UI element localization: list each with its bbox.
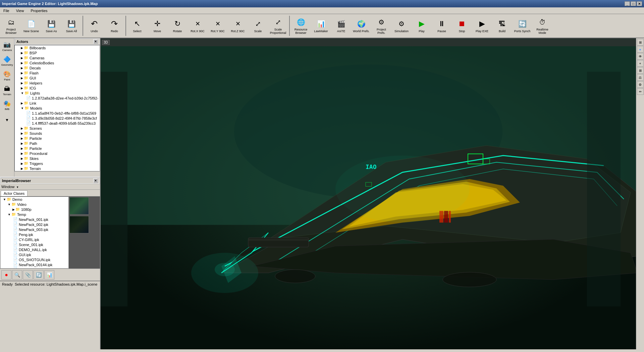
save-all-button[interactable]: 💾 Save All — [62, 15, 81, 37]
rotate-button[interactable]: ↻ Rotate — [168, 15, 187, 37]
rt-brush[interactable]: ✏ — [637, 88, 644, 95]
actors-tree-item-celestio-bodies[interactable]: ▶ 📁CelestioBodies — [15, 60, 100, 65]
anite-button[interactable]: 🎬 AniTE — [331, 15, 351, 37]
play-button[interactable]: ▶ Play — [412, 15, 431, 37]
menu-file[interactable]: File — [1, 8, 11, 13]
world-prefs-button[interactable]: 🌍 World Prefs. — [352, 15, 371, 37]
imp-btn-red[interactable]: ● — [1, 270, 11, 280]
actors-tree-item-scenes[interactable]: ▶ 📁Scenes — [15, 126, 100, 131]
imperial-tree-item-demo[interactable]: ▼ 📁Demo — [0, 197, 68, 202]
lawmaker-button[interactable]: 📊 LawMaker — [311, 15, 331, 37]
actors-tree-item-gui[interactable]: ▶ 📁GUI — [15, 75, 100, 80]
imperial-window-dropdown[interactable]: ▼ — [16, 186, 19, 189]
actors-tree-item-bsp[interactable]: ▶ 📁BSP — [15, 50, 100, 55]
paint-actor-button[interactable]: 🎨 Paint — [1, 69, 13, 82]
actors-tree-item-link[interactable]: ▶ 📁Link — [15, 101, 100, 106]
imp-btn-refresh[interactable]: 🔄 — [34, 270, 44, 280]
imperial-tree-item-1080p[interactable]: ▶ 📁1080p — [0, 207, 68, 212]
viewport-mode-3d[interactable]: 3D — [102, 40, 110, 45]
imperial-tree-item-temp[interactable]: ▼ 📁Temp — [0, 212, 68, 217]
minimize-button[interactable]: _ — [625, 1, 630, 6]
geometry-actor-button[interactable]: 🔷 Geometry — [1, 54, 13, 68]
rt-grid[interactable]: ⊞ — [637, 67, 644, 74]
imperial-tree-item-demo-hall[interactable]: 📄DEMO_HALL.ipk — [0, 247, 68, 252]
rt-settings[interactable]: ⚙ — [637, 81, 644, 88]
move-button[interactable]: ✛ Move — [148, 15, 167, 37]
actors-tree[interactable]: ▶ 📁Billboards▶ 📁BSP▶ 📁Cameras▶ 📁Celestio… — [14, 45, 100, 171]
simulation-button[interactable]: ⚙ Simulation — [392, 15, 411, 37]
imperial-tree-item-cy-girl[interactable]: 📄CY-GIRL.ipk — [0, 237, 68, 242]
actors-tree-item-models-2[interactable]: 📄1.3.d9c0b058-8d22-49f4-87fd-7858e3cf — [15, 116, 100, 121]
rt-circle[interactable]: ● — [637, 46, 644, 53]
scale-button[interactable]: ⤢ Scale — [248, 15, 268, 37]
imperial-tree-item-newpack003[interactable]: 📄NewPack_003.ipk — [0, 227, 68, 232]
new-scene-button[interactable]: 📄 New Scene — [21, 15, 41, 37]
actors-tree-item-lights-guid[interactable]: 📄1.2.872a8a38-d2ee-47ed-b39d-2c75f92- — [15, 96, 100, 101]
rot-x-button[interactable]: ✕ Rot.X 90C — [188, 15, 207, 37]
save-as-button[interactable]: 💾 Save As — [42, 15, 61, 37]
resource-browser-button[interactable]: 🌐 Resource Browser — [291, 15, 311, 37]
actors-tree-item-cameras[interactable]: ▶ 📁Cameras — [15, 55, 100, 60]
actors-tree-item-billboards[interactable]: ▶ 📁Billboards — [15, 45, 100, 50]
actors-tree-item-particle[interactable]: ▶ 📁Particle — [15, 136, 100, 141]
actors-tree-item-helpers[interactable]: ▶ 📁Helpers — [15, 80, 100, 85]
actors-tree-item-triggers[interactable]: ▶ 📁Triggers — [15, 161, 100, 166]
ports-synch-button[interactable]: 🔄 Ports Synch — [513, 15, 532, 37]
rt-perspective[interactable]: ⊞ — [637, 39, 644, 46]
actors-close-button[interactable]: ✕ — [93, 39, 98, 44]
actors-tree-item-models-1[interactable]: 📄1.1.a5a8f470-0eb2-4ffe-bf88-0d1a1569 — [15, 111, 100, 116]
rt-measure[interactable]: ⚖ — [637, 74, 644, 81]
actors-tree-item-icg[interactable]: ▶ 📁ICG — [15, 85, 100, 91]
select-button[interactable]: ↖ Select — [127, 15, 147, 37]
imperial-tree-item-newpack002[interactable]: 📄NewPack_002.ipk — [0, 222, 68, 227]
actors-tree-item-models[interactable]: ▼ 📁Models — [15, 106, 100, 111]
actors-tree-item-terrain[interactable]: ▶ 📁Terrain — [15, 166, 100, 171]
actors-tree-item-models-3[interactable]: 📄1.4.ffff537-dea8-4099-b5d8-55a239cc3 — [15, 121, 100, 126]
maximize-button[interactable]: □ — [631, 1, 636, 6]
actors-hscroll[interactable] — [14, 171, 100, 177]
project-prefs-button[interactable]: ⚙ Project Prefs. — [372, 15, 391, 37]
rot-z-button[interactable]: ✕ Rot.Z 90C — [228, 15, 248, 37]
viewport[interactable]: IAO — [101, 38, 636, 349]
undo-button[interactable]: ↶ Undo — [85, 15, 104, 37]
imperial-tree-item-os-shotgun[interactable]: 📄OS_SHOTGUN.ipk — [0, 257, 68, 262]
rt-plus[interactable]: + — [637, 60, 644, 67]
imperial-browser-tree[interactable]: ▼ 📁Demo▼ 📁Video▶ 📁1080p▼ 📁Temp 📄NewPack_… — [0, 196, 69, 269]
tab-actor-classes[interactable]: Actor Clases — [1, 190, 28, 196]
play-exe-button[interactable]: ▶ Play EXE — [472, 15, 492, 37]
titlebar-controls[interactable]: _ □ ✕ — [625, 1, 642, 6]
imp-btn-chart[interactable]: 📊 — [44, 270, 54, 280]
actors-tree-item-path[interactable]: ▶ 📁Path — [15, 141, 100, 146]
imp-btn-clip[interactable]: 📎 — [23, 270, 33, 280]
project-browser-button[interactable]: 🗂 Project Browser — [1, 15, 21, 37]
imperial-tree-item-video[interactable]: ▼ 📁Video — [0, 202, 68, 207]
imp-btn-search[interactable]: 🔍 — [12, 270, 22, 280]
imperial-tree-item-scene001[interactable]: 📄Scene_001.ipk — [0, 242, 68, 247]
actors-tree-item-flash[interactable]: ▶ 📁Flash — [15, 70, 100, 75]
actors-tree-item-decals[interactable]: ▶ 📁Decals — [15, 65, 100, 70]
menu-view[interactable]: View — [14, 8, 26, 13]
pause-button[interactable]: ⏸ Pause — [432, 15, 451, 37]
actors-tree-item-particle2[interactable]: ▶ 📁Particle — [15, 146, 100, 151]
menu-properties[interactable]: Properties — [29, 8, 49, 13]
imperial-tree-item-gui[interactable]: 📄GUI.ipk — [0, 252, 68, 257]
close-button[interactable]: ✕ — [637, 1, 642, 6]
imperial-tree-item-newpack001[interactable]: 📄NewPack_001.ipk — [0, 217, 68, 222]
scale-prop-button[interactable]: ⤢ Scale Proportional — [268, 15, 288, 37]
actors-tree-item-lights[interactable]: ▼ 📁Lights — [15, 91, 100, 96]
realtime-mode-button[interactable]: ⏱ Realtime Mode — [533, 15, 552, 37]
actors-tree-item-skies[interactable]: ▶ 📁Skies — [15, 156, 100, 161]
rt-eye[interactable]: 👁 — [637, 53, 644, 60]
imperial-browser-close-button[interactable]: ✕ — [93, 178, 98, 183]
imb-actor-button[interactable]: 🎭 IMB — [1, 99, 13, 112]
actors-tree-item-sounds[interactable]: ▶ 📁Sounds — [15, 131, 100, 136]
imperial-tree-item-newpack00144[interactable]: 📄NewPack_00144.ipk — [0, 262, 68, 267]
terrain-actor-button[interactable]: 🏔 Terrain — [1, 84, 13, 97]
actors-tree-item-procedural[interactable]: ▶ 📁Procedural — [15, 151, 100, 156]
rot-y-button[interactable]: ✕ Rot.Y 90C — [208, 15, 227, 37]
expand-actor-button[interactable]: ▼ — [1, 113, 13, 127]
camera-actor-button[interactable]: 📷 Camera — [1, 40, 13, 53]
redo-button[interactable]: ↷ Redo — [105, 15, 124, 37]
stop-button[interactable]: ⏹ Stop — [452, 15, 472, 37]
imperial-tree-item-peng[interactable]: 📄Peng.ipk — [0, 232, 68, 237]
